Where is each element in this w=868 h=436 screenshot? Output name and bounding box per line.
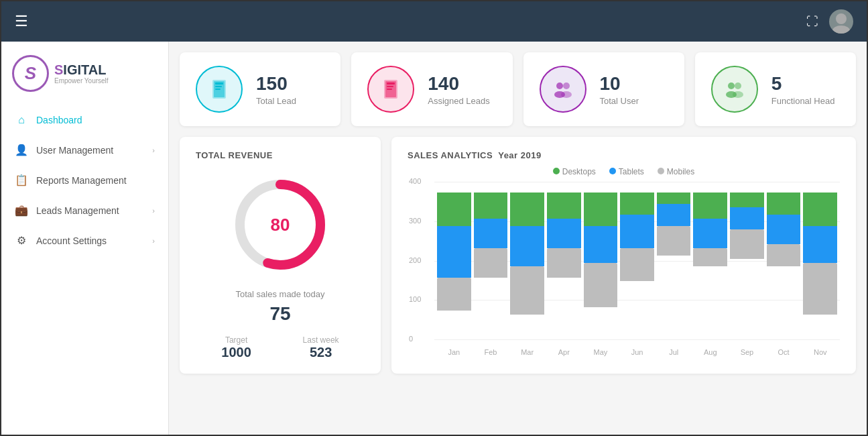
bar-mobiles [437, 278, 471, 311]
avatar[interactable] [829, 9, 853, 34]
svg-point-1 [832, 25, 850, 34]
revenue-today-value: 75 [196, 303, 365, 325]
bar-tablets [437, 226, 471, 278]
x-label: Apr [547, 348, 581, 356]
svg-point-13 [563, 83, 570, 89]
topnav-right: ⛶ [806, 9, 853, 34]
legend-desktops: Desktops [553, 167, 596, 176]
stat-card-functional-head: 5 Functional Head [695, 52, 856, 126]
bar-mobiles [547, 248, 581, 278]
chevron-icon: › [152, 207, 155, 215]
bar-group [803, 182, 837, 340]
revenue-title: TOTAL REVENUE [196, 150, 365, 160]
stat-card-assigned-leads: 140 Assigned Leads [351, 52, 512, 126]
total-lead-info: 150 Total Lead [256, 73, 296, 106]
bar-tablets [730, 207, 764, 229]
bar-mobiles [693, 248, 727, 267]
bar-group [474, 182, 508, 340]
sidebar-item-user-management[interactable]: 👤 User Management › [1, 135, 168, 165]
x-label: Jun [620, 348, 654, 356]
x-label: Nov [803, 348, 837, 356]
sidebar-nav: ⌂ Dashboard 👤 User Management › 📋 Report… [1, 105, 168, 256]
bar-tablets [803, 226, 837, 263]
svg-point-16 [728, 83, 735, 89]
bar-tablets [767, 215, 801, 244]
settings-icon: ⚙ [15, 234, 28, 247]
svg-point-0 [836, 13, 847, 24]
bar-mobiles [767, 244, 801, 266]
x-label: Sep [730, 348, 764, 356]
bar-tablets [510, 226, 544, 267]
bar-desktops [620, 193, 654, 215]
svg-rect-9 [387, 83, 395, 85]
bar-stack [657, 193, 691, 340]
assigned-leads-number: 140 [428, 73, 490, 95]
functional-head-icon [711, 66, 758, 113]
logo-subtitle: Empower Yourself [54, 77, 109, 85]
revenue-card: TOTAL REVENUE 80 Total sales made today … [180, 137, 381, 374]
total-user-icon [540, 66, 586, 113]
bar-group [620, 182, 654, 340]
assigned-leads-label: Assigned Leads [428, 96, 490, 106]
functional-head-info: 5 Functional Head [771, 73, 835, 106]
bar-tablets [693, 219, 727, 248]
bars-row [434, 182, 840, 340]
sidebar-item-dashboard[interactable]: ⌂ Dashboard [1, 105, 168, 135]
sidebar-item-reports-management[interactable]: 📋 Reports Management [1, 165, 168, 195]
bar-mobiles [620, 248, 654, 282]
total-lead-icon [196, 66, 243, 113]
bar-stack [803, 193, 837, 340]
sidebar-item-account-settings[interactable]: ⚙ Account Settings › [1, 225, 168, 256]
stat-card-total-user: 10 Total User [523, 52, 684, 126]
bar-tablets [584, 226, 618, 263]
bar-desktops [657, 193, 691, 204]
lastweek-value: 523 [303, 345, 339, 360]
functional-head-label: Functional Head [771, 96, 835, 106]
logo-title: SIGITAL [54, 62, 109, 77]
bar-stack [437, 193, 471, 340]
sidebar-item-leads-management[interactable]: 💼 Leads Management › [1, 195, 168, 225]
bar-stack [693, 193, 727, 340]
bar-desktops [437, 193, 471, 226]
bar-tablets [620, 215, 654, 248]
topnav: ☰ ⛶ [1, 1, 867, 42]
bar-desktops [584, 193, 618, 226]
target-value: 1000 [221, 345, 251, 360]
revenue-targets: Target 1000 Last week 523 [196, 335, 365, 360]
bar-tablets [474, 219, 508, 248]
analytics-card: SALES ANALYTICS Year 2019 Desktops Table… [391, 137, 856, 374]
chevron-icon: › [152, 237, 155, 245]
menu-toggle-icon[interactable]: ☰ [15, 13, 28, 30]
bar-stack [474, 193, 508, 340]
bar-desktops [803, 193, 837, 226]
bar-stack [584, 193, 618, 340]
bar-group [510, 182, 544, 340]
legend-mobiles: Mobiles [658, 167, 694, 176]
svg-rect-10 [387, 86, 393, 87]
logo-icon: S [12, 55, 49, 92]
fullscreen-icon[interactable]: ⛶ [806, 15, 818, 29]
logo-area: S SIGITAL Empower Yourself [1, 48, 168, 105]
bar-stack [510, 193, 544, 340]
total-user-label: Total User [600, 96, 639, 106]
bar-mobiles [510, 266, 544, 315]
bar-stack [767, 193, 801, 340]
bar-group [657, 182, 691, 340]
x-label: Jul [657, 348, 691, 356]
svg-point-12 [556, 83, 563, 89]
svg-point-15 [561, 91, 572, 98]
logo-text: SIGITAL Empower Yourself [54, 62, 109, 85]
bar-chart-area: 4003002001000 JanFebMarAprMayJunJulAugSe… [408, 182, 840, 356]
stats-row: 150 Total Lead 140 Assigned Lead [180, 52, 856, 126]
assigned-leads-info: 140 Assigned Leads [428, 73, 490, 106]
assigned-leads-icon [367, 66, 414, 113]
sidebar-item-label: Dashboard [36, 115, 82, 125]
bar-desktops [767, 193, 801, 215]
content-area: 150 Total Lead 140 Assigned Lead [169, 42, 867, 435]
donut-container: 80 [196, 171, 365, 278]
analytics-legend: Desktops Tablets Mobiles [408, 167, 840, 176]
bar-stack [620, 193, 654, 340]
legend-tablets: Tablets [609, 167, 644, 176]
svg-rect-5 [215, 86, 222, 87]
bar-mobiles [584, 263, 618, 307]
